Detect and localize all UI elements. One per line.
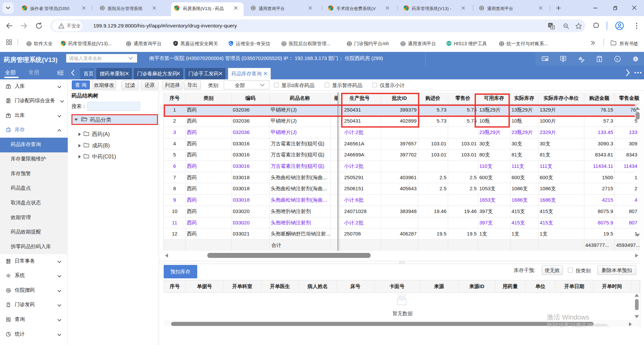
svg-text:S: S — [543, 57, 545, 60]
svg-text:S: S — [616, 58, 618, 61]
